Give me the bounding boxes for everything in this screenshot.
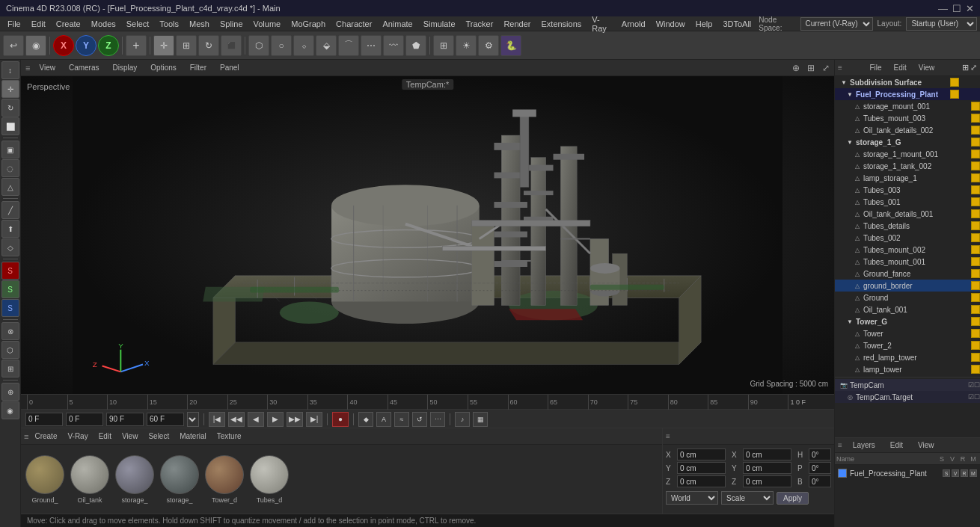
move-btn[interactable]: ✛ — [153, 35, 174, 56]
next-key-btn[interactable]: ▶▶ — [287, 412, 303, 427]
mat-vray-menu[interactable]: V-Ray — [63, 431, 92, 442]
menu-tools[interactable]: Tools — [155, 18, 183, 30]
menu-select[interactable]: Select — [122, 18, 154, 30]
menu-mograph[interactable]: MoGraph — [287, 18, 330, 30]
z-circle-btn[interactable]: Z — [98, 35, 119, 56]
y-circle-btn[interactable]: Y — [76, 35, 97, 56]
tree-fuel-plant[interactable]: ▼ Fuel_Processing_Plant — [835, 88, 980, 100]
tree-ground-fance[interactable]: △ Ground_fance — [835, 268, 980, 280]
layout-dropdown[interactable]: Startup (User) — [906, 17, 977, 31]
viewport-expand-icon[interactable]: ⤢ — [822, 63, 830, 73]
world-dropdown[interactable]: World — [666, 491, 718, 505]
fps-dropdown[interactable] — [187, 412, 199, 427]
y-scale-input[interactable] — [743, 462, 791, 474]
menu-vray[interactable]: V-Ray — [587, 13, 616, 34]
x-scale-input[interactable] — [743, 449, 791, 460]
layer-fuel-plant[interactable]: Fuel_Processing_Plant S V R M — [836, 466, 979, 480]
tree-ground-border[interactable]: △ ground_border — [835, 280, 980, 292]
tl-key-btn[interactable]: ◆ — [358, 412, 373, 427]
tree-storage-1-mount-001[interactable]: △ storage_1_mount_001 — [835, 148, 980, 160]
tree-subdivision-surface[interactable]: ▼ Subdivision Surface — [835, 76, 980, 88]
tl-preview-btn[interactable]: ▦ — [473, 412, 488, 427]
mat-material-menu[interactable]: Material — [175, 431, 211, 442]
x-pos-input[interactable] — [677, 449, 726, 460]
tree-ground[interactable]: △ Ground — [835, 292, 980, 303]
mat-item-ground[interactable]: Ground_ — [25, 455, 64, 504]
p-input[interactable] — [809, 462, 831, 474]
mat-item-tubes[interactable]: Tubes_d — [250, 455, 289, 504]
viewport-options-menu[interactable]: Options — [146, 63, 180, 73]
tl-motion-btn[interactable]: ≈ — [394, 412, 409, 427]
mat-create-menu[interactable]: Create — [30, 431, 61, 442]
tl-auto-btn[interactable]: A — [376, 412, 391, 427]
h-input[interactable] — [809, 449, 831, 460]
left-btn-s2[interactable]: S — [1, 280, 19, 298]
close-btn[interactable]: ✕ — [966, 3, 974, 14]
left-btn-move[interactable]: ✛ — [1, 80, 19, 98]
tree-red-lamp-tower[interactable]: △ red_lamp_tower — [835, 351, 980, 363]
left-btn-extrude[interactable]: ⬆ — [1, 220, 19, 238]
tree-storage-1-tank-002[interactable]: △ storage_1_tank_002 — [835, 160, 980, 172]
layer-v-icon[interactable]: V — [952, 469, 959, 477]
left-btn-arrow[interactable]: ↕ — [1, 61, 19, 79]
menu-tracker[interactable]: Tracker — [462, 18, 498, 30]
menu-window[interactable]: Window — [652, 18, 690, 30]
left-btn-extra1[interactable]: ⊕ — [1, 383, 19, 401]
menu-spline[interactable]: Spline — [215, 18, 248, 30]
layers-edit-menu[interactable]: Edit — [886, 440, 907, 451]
right-file-menu[interactable]: File — [865, 63, 886, 73]
menu-arnold[interactable]: Arnold — [617, 18, 650, 30]
tree-tempcam[interactable]: 📷 TempCam ☑☐ — [835, 379, 980, 391]
viewport-icon2[interactable]: ⊞ — [807, 63, 815, 73]
mat-item-storage1[interactable]: storage_ — [115, 455, 154, 504]
left-btn-knife[interactable]: ╱ — [1, 201, 19, 219]
end-frame-input[interactable] — [106, 413, 144, 426]
mat-select-menu[interactable]: Select — [144, 431, 174, 442]
tag-btn[interactable]: ⬟ — [405, 35, 426, 56]
tree-storage-mount-001[interactable]: △ storage_mount_001 — [835, 100, 980, 112]
left-btn-grid[interactable]: ⊞ — [1, 360, 19, 377]
left-btn-extra2[interactable]: ◉ — [1, 401, 19, 419]
undo-btn[interactable]: ↩ — [3, 35, 24, 56]
layer-s-icon[interactable]: S — [943, 469, 950, 477]
nurbs-btn[interactable]: ⋯ — [361, 35, 382, 56]
mat-texture-menu[interactable]: Texture — [212, 431, 246, 442]
tl-more-btn[interactable]: ⋯ — [430, 412, 445, 427]
apply-button[interactable]: Apply — [777, 492, 809, 505]
z-scale-input[interactable] — [743, 475, 791, 487]
menu-mesh[interactable]: Mesh — [185, 18, 214, 30]
b-input[interactable] — [809, 475, 831, 487]
object-tree[interactable]: ▼ Subdivision Surface ▼ Fuel_Processing_… — [835, 76, 980, 437]
viewport-3d[interactable]: X Y Z Perspective TempCam:* Grid Spacing… — [21, 76, 834, 394]
prev-key-btn[interactable]: ◀ — [248, 412, 264, 427]
menu-file[interactable]: File — [3, 18, 25, 30]
viewport-display-menu[interactable]: Display — [108, 63, 142, 73]
layer-m-icon[interactable]: M — [970, 469, 977, 477]
tl-sound-btn[interactable]: ♪ — [455, 412, 470, 427]
redo-btn[interactable]: ◉ — [25, 35, 46, 56]
menu-volume[interactable]: Volume — [249, 18, 286, 30]
viewport-filter-menu[interactable]: Filter — [186, 63, 211, 73]
tree-tubes-mount-003[interactable]: △ Tubes_mount_003 — [835, 112, 980, 124]
tree-tubes-details[interactable]: △ Tubes_details — [835, 220, 980, 232]
spline-btn[interactable]: ⌒ — [338, 35, 359, 56]
menu-modes[interactable]: Modes — [87, 18, 120, 30]
scale-dropdown[interactable]: Scale — [721, 491, 774, 505]
settings-btn[interactable]: ⚙ — [478, 35, 499, 56]
goto-end-btn[interactable]: ▶| — [306, 412, 322, 427]
left-btn-paint[interactable]: ⬡ — [1, 341, 19, 359]
tree-lamp-storage-1[interactable]: △ lamp_storage_1 — [835, 172, 980, 184]
start-frame-input[interactable] — [66, 413, 103, 426]
menu-help[interactable]: Help — [691, 18, 717, 30]
layers-view-menu[interactable]: View — [913, 440, 939, 451]
viewport-view-menu[interactable]: View — [34, 63, 60, 73]
left-btn-magnet[interactable]: ⊗ — [1, 322, 19, 340]
minimize-btn[interactable]: — — [938, 3, 948, 14]
menu-render[interactable]: Render — [499, 18, 535, 30]
tree-oil-tank-details-001[interactable]: △ Oil_tank_details_001 — [835, 208, 980, 220]
play-btn[interactable]: ▶ — [267, 412, 284, 427]
tree-tower-g[interactable]: ▼ Tower_G — [835, 315, 980, 327]
y-pos-input[interactable] — [677, 462, 726, 474]
viewport-panel-menu[interactable]: Panel — [215, 63, 244, 73]
add-btn[interactable]: + — [126, 35, 147, 56]
